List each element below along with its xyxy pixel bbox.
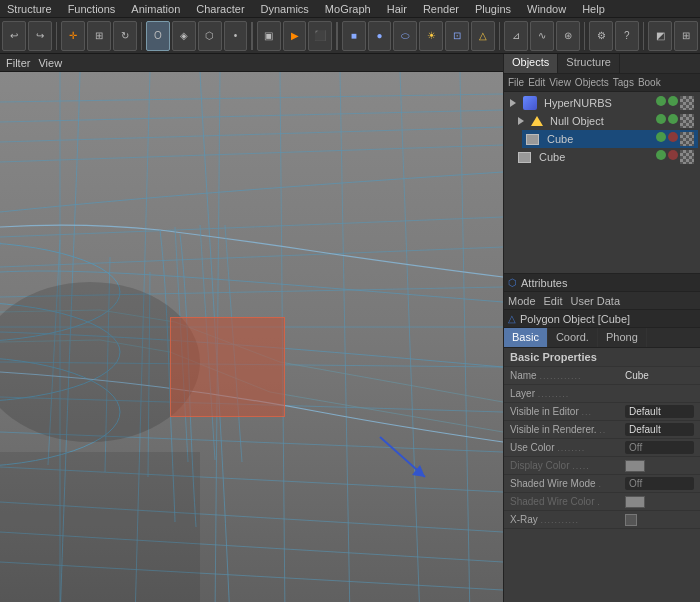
- redo-button[interactable]: ↪: [28, 21, 52, 51]
- tab-coord[interactable]: Coord.: [548, 328, 598, 347]
- dot-phong[interactable]: [680, 150, 694, 164]
- spline-button[interactable]: ∿: [530, 21, 554, 51]
- prop-value-shaded-wire-mode[interactable]: Off: [625, 477, 694, 490]
- menu-hair[interactable]: Hair: [384, 3, 410, 15]
- dot-visible-renderer[interactable]: [668, 96, 678, 106]
- tab-basic[interactable]: Basic: [504, 328, 548, 347]
- menu-mograph[interactable]: MoGraph: [322, 3, 374, 15]
- list-item[interactable]: HyperNURBS: [506, 94, 698, 112]
- render-settings-button[interactable]: ⚙: [589, 21, 613, 51]
- dot-visible-editor[interactable]: [656, 114, 666, 124]
- attr-userdata-menu[interactable]: User Data: [571, 295, 621, 307]
- attr-edit-menu[interactable]: Edit: [544, 295, 563, 307]
- dot-phong[interactable]: [680, 114, 694, 128]
- menu-window[interactable]: Window: [524, 3, 569, 15]
- svg-rect-34: [0, 452, 200, 602]
- prop-value-visible-editor[interactable]: Default: [625, 405, 694, 418]
- dot-visible-editor[interactable]: [656, 132, 666, 142]
- cylinder-add-button[interactable]: ⬭: [393, 21, 417, 51]
- polygon-mode-button[interactable]: ◈: [172, 21, 196, 51]
- menu-plugins[interactable]: Plugins: [472, 3, 514, 15]
- prop-value-name[interactable]: Cube: [625, 370, 694, 381]
- undo-button[interactable]: ↩: [2, 21, 26, 51]
- attr-obj-icon: △: [508, 313, 516, 324]
- attr-title: Attributes: [521, 277, 567, 289]
- move-button[interactable]: ✛: [61, 21, 85, 51]
- camera-add-button[interactable]: ⊡: [445, 21, 469, 51]
- hypernurbs-icon: [523, 96, 537, 110]
- menu-animation[interactable]: Animation: [128, 3, 183, 15]
- list-item[interactable]: Null Object: [514, 112, 698, 130]
- obj-cube2-label: Cube: [539, 151, 652, 163]
- obj-file-menu[interactable]: File: [508, 77, 524, 88]
- xray-checkbox[interactable]: [625, 514, 637, 526]
- render-button[interactable]: ⬛: [308, 21, 332, 51]
- prop-row-visible-editor: Visible in Editor ... Default: [504, 403, 700, 421]
- obj-hypernurbs-label: HyperNURBS: [544, 97, 652, 109]
- viewport-top-bar: Filter View: [0, 54, 503, 72]
- edge-mode-button[interactable]: ⬡: [198, 21, 222, 51]
- prop-row-xray: X-Ray ...........: [504, 511, 700, 529]
- cursor-indicator: [370, 427, 430, 487]
- cube-add-button[interactable]: ■: [342, 21, 366, 51]
- dot-visible-renderer[interactable]: [668, 114, 678, 124]
- viewport-canvas[interactable]: [0, 72, 503, 602]
- menu-render[interactable]: Render: [420, 3, 462, 15]
- prop-row-visible-renderer: Visible in Renderer. .. Default: [504, 421, 700, 439]
- attr-header: ⬡ Attributes: [504, 274, 700, 292]
- menu-character[interactable]: Character: [193, 3, 247, 15]
- light-add-button[interactable]: ☀: [419, 21, 443, 51]
- obj-dots: [656, 150, 694, 164]
- list-item[interactable]: Cube: [522, 130, 698, 148]
- menu-help[interactable]: Help: [579, 3, 608, 15]
- shaded-wire-color-swatch[interactable]: [625, 496, 645, 508]
- tab-structure[interactable]: Structure: [558, 54, 620, 73]
- prop-value-use-color[interactable]: Off: [625, 441, 694, 454]
- display-color-swatch[interactable]: [625, 460, 645, 472]
- prop-label-use-color: Use Color ........: [510, 442, 625, 453]
- effector-button[interactable]: ⊛: [556, 21, 580, 51]
- menu-functions[interactable]: Functions: [65, 3, 119, 15]
- tab-objects[interactable]: Objects: [504, 54, 558, 73]
- null-icon: [531, 116, 543, 126]
- sphere-add-button[interactable]: ●: [368, 21, 392, 51]
- toolbar: ↩ ↪ ✛ ⊞ ↻ O ◈ ⬡ • ▣ ▶ ⬛ ■ ● ⬭ ☀ ⊡ △ ⊿ ∿ …: [0, 18, 700, 54]
- render-viewport-button[interactable]: ▶: [283, 21, 307, 51]
- obj-tags-menu[interactable]: Tags: [613, 77, 634, 88]
- view-menu[interactable]: View: [38, 57, 62, 69]
- null-add-button[interactable]: △: [471, 21, 495, 51]
- render-region-button[interactable]: ▣: [257, 21, 281, 51]
- obj-view-menu[interactable]: View: [549, 77, 571, 88]
- question-button[interactable]: ?: [615, 21, 639, 51]
- menu-dynamics[interactable]: Dynamics: [258, 3, 312, 15]
- scale-button[interactable]: ⊞: [87, 21, 111, 51]
- dot-visible-renderer[interactable]: [668, 150, 678, 160]
- tab-phong[interactable]: Phong: [598, 328, 647, 347]
- attr-toolbar: Mode Edit User Data: [504, 292, 700, 310]
- dot-phong[interactable]: [680, 96, 694, 110]
- objects-list: HyperNURBS Null Object: [504, 92, 700, 273]
- list-item[interactable]: Cube: [514, 148, 698, 166]
- dot-visible-renderer[interactable]: [668, 132, 678, 142]
- deform-button[interactable]: ⊿: [504, 21, 528, 51]
- menu-structure[interactable]: Structure: [4, 3, 55, 15]
- toolbar-sep-7: [643, 22, 645, 50]
- prop-value-visible-renderer[interactable]: Default: [625, 423, 694, 436]
- dot-phong[interactable]: [680, 132, 694, 146]
- obj-edit-menu[interactable]: Edit: [528, 77, 545, 88]
- prop-label-layer: Layer .........: [510, 388, 625, 399]
- obj-objects-menu[interactable]: Objects: [575, 77, 609, 88]
- rotate-button[interactable]: ↻: [113, 21, 137, 51]
- prop-row-use-color: Use Color ........ Off: [504, 439, 700, 457]
- attr-mode-menu[interactable]: Mode: [508, 295, 536, 307]
- viewport[interactable]: Filter View: [0, 54, 503, 602]
- viewport-layout-button[interactable]: ⊞: [674, 21, 698, 51]
- obj-book-menu[interactable]: Book: [638, 77, 661, 88]
- dot-visible-editor[interactable]: [656, 150, 666, 160]
- filter-menu[interactable]: Filter: [6, 57, 30, 69]
- dot-visible-editor[interactable]: [656, 96, 666, 106]
- vertex-mode-button[interactable]: •: [224, 21, 248, 51]
- prop-row-name: Name ............ Cube: [504, 367, 700, 385]
- render-mode-button[interactable]: ◩: [648, 21, 672, 51]
- object-mode-button[interactable]: O: [146, 21, 170, 51]
